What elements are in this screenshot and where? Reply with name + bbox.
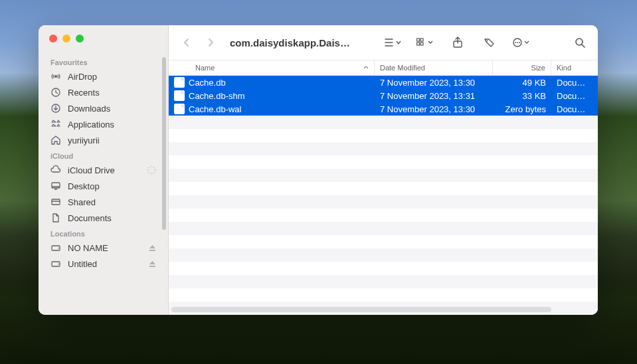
main-pane: com.daisydiskapp.Daisy… [169,25,598,315]
sidebar-section-header: Locations [39,226,168,240]
svg-rect-4 [52,183,60,188]
sidebar: FavouritesAirDropRecentsDownloadsApplica… [39,25,169,315]
svg-rect-18 [420,39,423,41]
sidebar-item-label: NO NAME [68,243,108,253]
column-size-label: Size [531,64,545,72]
house-icon [50,135,61,145]
sidebar-item-label: Untitled [68,259,97,269]
sidebar-item-label: Recents [68,88,100,98]
sidebar-item-label: AirDrop [68,72,97,82]
sidebar-section-header: Favourites [39,54,168,68]
sidebar-item-label: Applications [68,120,114,130]
minimize-button[interactable] [62,35,70,43]
sidebar-item[interactable]: Downloads [39,100,168,116]
sidebar-item-label: Shared [68,197,96,207]
file-size: Zero bytes [493,104,551,114]
file-kind: Document [551,104,598,114]
sidebar-item[interactable]: Untitled [39,256,168,272]
file-date: 7 November 2023, 13:31 [375,91,493,101]
view-list-button[interactable] [384,34,404,51]
sidebar-item-label: iCloud Drive [68,165,115,175]
svg-point-12 [58,264,59,265]
finder-window: FavouritesAirDropRecentsDownloadsApplica… [39,25,598,315]
column-name-label: Name [195,64,215,72]
sidebar-item[interactable]: Desktop [39,178,168,194]
close-button[interactable] [49,35,57,43]
sidebar-item[interactable]: AirDrop [39,68,168,84]
sort-asc-icon [363,65,369,70]
sync-progress-icon [147,165,156,175]
file-list[interactable]: Cache.db7 November 2023, 13:3049 KBDocum… [169,76,598,315]
clock-icon [50,87,61,98]
svg-point-24 [515,42,516,43]
share-button[interactable] [448,34,468,51]
file-icon [174,77,185,88]
sidebar-item[interactable]: yuriiyurii [39,132,168,148]
file-icon [174,90,185,101]
file-size: 49 KB [493,78,551,88]
toolbar: com.daisydiskapp.Daisy… [169,25,598,60]
grid-icon [50,119,61,130]
svg-rect-19 [417,43,420,45]
desktop-icon [50,181,61,191]
svg-point-26 [519,42,520,43]
column-name[interactable]: Name [169,60,375,75]
group-button[interactable] [416,34,436,51]
file-name: Cache.db [189,78,226,88]
file-name: Cache.db-wal [189,104,242,114]
file-name: Cache.db-shm [189,91,245,101]
file-kind: Document [551,78,598,88]
file-size: 33 KB [493,91,551,101]
column-date[interactable]: Date Modified [375,60,493,75]
tags-button[interactable] [480,34,500,51]
svg-rect-20 [420,43,423,45]
sidebar-item[interactable]: Recents [39,84,168,100]
file-date: 7 November 2023, 13:30 [375,78,493,88]
sidebar-item[interactable]: Documents [39,210,168,226]
file-row[interactable]: Cache.db-shm7 November 2023, 13:3133 KBD… [169,89,598,102]
file-row[interactable]: Cache.db7 November 2023, 13:3049 KBDocum… [169,76,598,89]
sidebar-item[interactable]: Shared [39,194,168,210]
svg-point-25 [517,42,518,43]
forward-button[interactable] [201,34,221,51]
sidebar-item-label: Documents [68,213,112,223]
column-kind-label: Kind [557,64,571,72]
search-button[interactable] [570,34,590,51]
svg-point-0 [54,75,57,78]
sidebar-item-label: yuriiyurii [68,136,100,145]
column-kind[interactable]: Kind [551,60,598,75]
column-date-label: Date Modified [380,64,425,72]
eject-icon[interactable] [149,260,156,268]
cloud-icon [50,165,61,175]
action-button[interactable] [511,34,531,51]
sidebar-section-header: iCloud [39,148,168,162]
airdrop-icon [50,71,61,82]
sidebar-item[interactable]: iCloud Drive [39,162,168,178]
sidebar-item[interactable]: Applications [39,116,168,132]
horizontal-scrollbar[interactable] [171,307,551,312]
back-button[interactable] [177,34,197,51]
column-size[interactable]: Size [493,60,551,75]
eject-icon[interactable] [149,244,156,252]
svg-rect-10 [149,250,155,251]
columns-header: Name Date Modified Size Kind [169,60,598,76]
sidebar-item[interactable]: NO NAME [39,240,168,256]
svg-rect-13 [149,266,155,267]
svg-rect-17 [417,39,420,41]
svg-rect-7 [52,199,60,205]
drive-icon [50,258,61,269]
file-row[interactable]: Cache.db-wal7 November 2023, 13:30Zero b… [169,102,598,116]
sidebar-item-label: Desktop [68,181,100,191]
svg-point-3 [148,167,155,174]
maximize-button[interactable] [76,35,84,43]
download-icon [50,103,61,114]
doc-icon [50,213,61,223]
window-controls [39,25,168,49]
file-date: 7 November 2023, 13:30 [375,104,493,114]
file-kind: Document [551,91,598,101]
sidebar-scrollbar[interactable] [162,57,166,230]
shared-icon [50,197,61,207]
sidebar-item-label: Downloads [68,104,110,114]
drive-icon [50,242,61,253]
svg-point-9 [58,248,59,249]
